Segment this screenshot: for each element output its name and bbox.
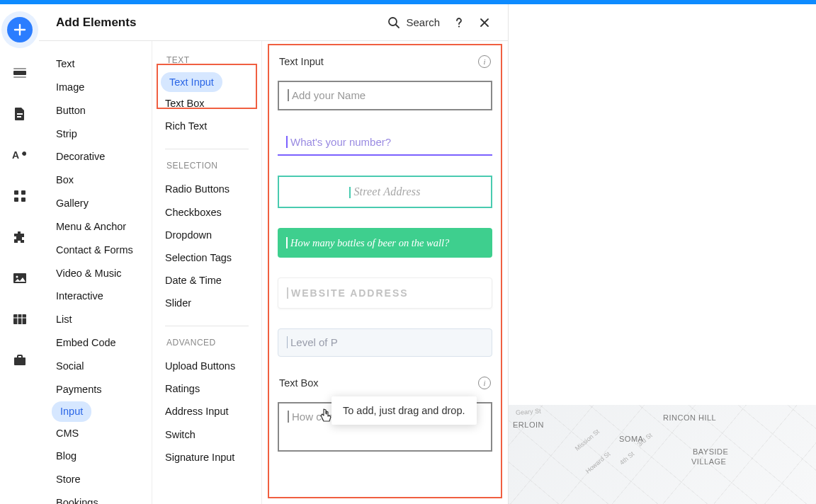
panel-header: Add Elements Search <box>39 4 508 41</box>
subcategory-date-time[interactable]: Date & Time <box>152 269 261 292</box>
category-interactive[interactable]: Interactive <box>39 285 152 308</box>
canvas-area[interactable]: ERLOINRINCON HILLSOMABAYSIDEVILLAGEGeary… <box>509 4 816 504</box>
map-street-label: Geary St <box>516 408 541 416</box>
category-gallery[interactable]: Gallery <box>39 192 152 215</box>
svg-rect-4 <box>17 116 21 118</box>
search-icon <box>387 16 400 29</box>
subcategory-selection-tags[interactable]: Selection Tags <box>152 246 261 269</box>
demo-website-input[interactable]: WEBSITE ADDRESS <box>278 277 492 309</box>
demo-street-input[interactable]: Street Address <box>278 176 492 208</box>
svg-rect-1 <box>13 68 26 69</box>
category-embed-code[interactable]: Embed Code <box>39 331 152 355</box>
subcategory-upload-buttons[interactable]: Upload Buttons <box>152 355 261 377</box>
subcategory-signature-input[interactable]: Signature Input <box>152 446 261 469</box>
svg-rect-0 <box>13 71 26 75</box>
svg-point-14 <box>389 18 397 25</box>
category-video-music[interactable]: Video & Music <box>39 262 152 285</box>
subcategory-radio-buttons[interactable]: Radio Buttons <box>152 178 261 200</box>
category-input[interactable]: Input <box>52 401 91 422</box>
map-label: ERLOIN <box>513 420 544 429</box>
map-preview: ERLOINRINCON HILLSOMABAYSIDEVILLAGEGeary… <box>509 405 816 504</box>
puzzle-icon[interactable] <box>9 227 30 248</box>
subcategory-text-box[interactable]: Text Box <box>152 92 261 115</box>
panel-title: Add Elements <box>56 16 387 30</box>
close-button[interactable] <box>478 16 491 29</box>
category-text[interactable]: Text <box>39 52 152 76</box>
subcategory-switch[interactable]: Switch <box>152 423 261 446</box>
left-tool-rail: A <box>0 4 39 504</box>
svg-rect-6 <box>14 190 18 195</box>
demo-number-input[interactable]: What's your number? <box>278 130 492 156</box>
cursor-pointer-icon <box>319 408 333 428</box>
category-list[interactable]: List <box>39 308 152 331</box>
subcategory-slider[interactable]: Slider <box>152 292 261 314</box>
close-icon <box>479 17 490 28</box>
svg-point-11 <box>16 276 18 278</box>
svg-rect-8 <box>14 197 18 202</box>
map-street-label: Mission St <box>574 428 601 452</box>
category-blog[interactable]: Blog <box>39 445 152 468</box>
categories-list: Text Image Button Strip Decorative Box G… <box>39 41 152 504</box>
category-menu-anchor[interactable]: Menu & Anchor <box>39 215 152 239</box>
subcategory-address-input[interactable]: Address Input <box>152 400 261 423</box>
svg-rect-2 <box>13 76 26 78</box>
category-cms[interactable]: CMS <box>39 422 152 445</box>
svg-rect-7 <box>21 190 26 195</box>
subgroup-text-label: TEXT <box>152 55 261 72</box>
svg-rect-9 <box>21 197 26 202</box>
info-icon[interactable]: i <box>478 377 491 389</box>
category-image[interactable]: Image <box>39 76 152 99</box>
svg-text:A: A <box>12 149 19 161</box>
map-street-label: Howard St <box>584 450 612 475</box>
drag-drop-tooltip: To add, just drag and drop. <box>332 396 477 425</box>
business-icon[interactable] <box>9 350 30 371</box>
preview-column: Text Input i Add your Name What's your n… <box>262 41 508 504</box>
subcategory-dropdown[interactable]: Dropdown <box>152 224 261 246</box>
preview-frame: Text Input i Add your Name What's your n… <box>268 44 502 498</box>
subcategory-checkboxes[interactable]: Checkboxes <box>152 201 261 224</box>
data-icon[interactable] <box>9 309 30 330</box>
subcategory-text-input[interactable]: Text Input <box>161 72 222 92</box>
search-button[interactable]: Search <box>387 16 440 29</box>
section-icon[interactable] <box>9 62 30 84</box>
svg-point-15 <box>458 25 460 27</box>
category-contact-forms[interactable]: Contact & Forms <box>39 239 152 262</box>
map-street-label: 4th St <box>618 450 635 466</box>
media-icon[interactable] <box>9 268 30 289</box>
category-decorative[interactable]: Decorative <box>39 145 152 168</box>
svg-rect-3 <box>17 113 23 115</box>
add-elements-panel: Add Elements Search Text Image Button St… <box>39 4 509 504</box>
subgroup-advanced-label: ADVANCED <box>152 338 261 355</box>
subcategory-list: TEXT Text Input Text Box Rich Text SELEC… <box>152 41 262 504</box>
subgroup-selection-label: SELECTION <box>152 161 261 178</box>
category-bookings[interactable]: Bookings <box>39 491 152 504</box>
category-payments[interactable]: Payments <box>39 378 152 401</box>
map-label: RINCON HILL <box>663 413 716 422</box>
map-label: VILLAGE <box>691 457 726 466</box>
demo-name-input[interactable]: Add your Name <box>278 81 492 110</box>
help-icon <box>453 16 465 29</box>
page-icon[interactable] <box>9 103 30 125</box>
subcategory-rich-text[interactable]: Rich Text <box>152 115 261 137</box>
search-label: Search <box>406 16 440 28</box>
svg-rect-13 <box>14 357 26 365</box>
category-button[interactable]: Button <box>39 99 152 122</box>
design-icon[interactable]: A <box>9 144 30 166</box>
demo-level-input[interactable]: Level of P <box>278 328 492 357</box>
category-box[interactable]: Box <box>39 168 152 192</box>
svg-rect-12 <box>13 314 26 324</box>
preview-text-input-label: Text Input <box>279 56 324 67</box>
category-store[interactable]: Store <box>39 468 152 491</box>
map-label: BAYSIDE <box>693 447 728 456</box>
info-icon[interactable]: i <box>478 55 491 68</box>
category-social[interactable]: Social <box>39 355 152 378</box>
apps-icon[interactable] <box>9 185 30 207</box>
subcategory-ratings[interactable]: Ratings <box>152 377 261 400</box>
demo-bottles-input[interactable]: How many bottles of beer on the wall? <box>278 228 492 258</box>
preview-text-box-label: Text Box <box>279 377 319 389</box>
add-elements-button[interactable] <box>7 17 33 42</box>
help-button[interactable] <box>453 16 465 29</box>
category-strip[interactable]: Strip <box>39 122 152 146</box>
